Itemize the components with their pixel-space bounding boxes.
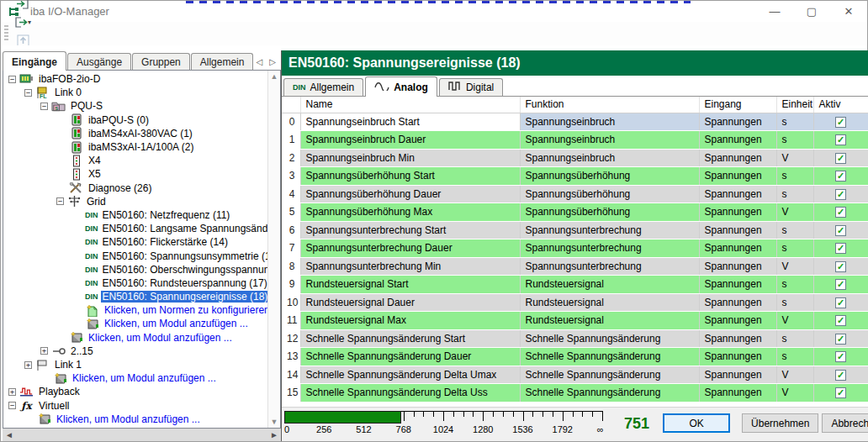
tree-item[interactable]: Klicken, um Modul anzufügen ... [3, 371, 267, 385]
eingang-cell[interactable]: Spannungen [699, 239, 776, 258]
name-cell[interactable]: Spannungsunterbrechung Start [300, 221, 520, 239]
collapse-icon[interactable]: − [8, 76, 16, 83]
tree-item[interactable]: DINEN50160: Spannungsereignisse (18) [3, 290, 267, 303]
aktiv-checkbox[interactable]: ✓ [835, 261, 846, 272]
cancel-button[interactable]: Abbrechen [822, 413, 868, 433]
tree-item-label[interactable]: EN50160: Flickerstärke (14) [101, 236, 230, 248]
eingang-cell[interactable]: Spannungen [699, 131, 776, 150]
aktiv-checkbox[interactable]: ✓ [835, 117, 846, 128]
tree-item-label[interactable]: ibaMS4xAI-380VAC (1) [87, 128, 194, 139]
aktiv-checkbox[interactable]: ✓ [835, 315, 846, 326]
einheit-cell[interactable]: s [776, 167, 813, 186]
scroll-up-icon[interactable]: ▲ [271, 72, 278, 81]
einheit-cell[interactable]: s [776, 293, 813, 312]
tab-analog[interactable]: Analog [365, 76, 437, 97]
row-number-cell[interactable]: 0 [282, 113, 300, 131]
name-cell[interactable]: Schnelle Spannungsänderung Dauer [300, 348, 520, 366]
tab-digital[interactable]: Digital [439, 78, 503, 96]
aktiv-checkbox[interactable]: ✓ [835, 207, 846, 218]
funktion-cell[interactable]: Spannungsüberhöhung [520, 167, 699, 186]
name-cell[interactable]: Schnelle Spannungsänderung Delta Uss [300, 384, 520, 403]
tree-item[interactable]: ibaPQU-S (0) [3, 113, 267, 127]
apply-button[interactable]: Übernehmen [742, 413, 818, 433]
aktiv-checkbox[interactable]: ✓ [835, 225, 846, 236]
row-number-cell[interactable]: 10 [282, 293, 300, 312]
tree-item-label[interactable]: EN50160: Spannungsereignisse (18) [101, 291, 268, 303]
tree-item-label[interactable]: PQU-S [69, 100, 104, 112]
einheit-cell[interactable]: V [776, 366, 813, 384]
name-cell[interactable]: Spannungseinbruch Start [300, 113, 520, 131]
einheit-cell[interactable]: s [776, 221, 813, 239]
tree-item-label[interactable]: Link 1 [53, 359, 83, 371]
eingang-cell[interactable]: Spannungen [699, 203, 776, 222]
funktion-cell[interactable]: Rundsteuersignal [520, 312, 699, 330]
tree-item-label[interactable]: ibaFOB-2io-D [37, 73, 102, 85]
expand-icon[interactable]: + [40, 347, 48, 355]
aktiv-checkbox[interactable]: ✓ [835, 351, 846, 362]
funktion-cell[interactable]: Spannungsüberhöhung [520, 185, 699, 203]
tree-item[interactable]: DINEN50160: Netzfrequenz (11) [3, 208, 267, 222]
tree-item[interactable]: +Playback [3, 385, 267, 398]
tree-item[interactable]: DINEN50160: Flickerstärke (14) [3, 235, 267, 249]
aktiv-checkbox[interactable]: ✓ [835, 243, 846, 254]
scroll-down-icon[interactable]: ▼ [271, 418, 278, 426]
scroll-right-icon[interactable]: ► [270, 430, 278, 439]
tree-item-label[interactable]: Grid [85, 196, 108, 208]
einheit-cell[interactable]: s [776, 276, 813, 294]
eingang-cell[interactable]: Spannungen [699, 185, 776, 203]
einheit-cell[interactable]: s [776, 239, 813, 258]
tab-allgemein[interactable]: Allgemein [191, 53, 254, 70]
aktiv-checkbox[interactable]: ✓ [835, 171, 846, 182]
tree-item[interactable]: −sPQU-S [3, 99, 267, 113]
tree-item-label[interactable]: Virtuell [37, 400, 71, 412]
maximize-button[interactable]: ▢ [793, 1, 830, 22]
aktiv-checkbox[interactable]: ✓ [835, 334, 846, 345]
tree-item-label[interactable]: Diagnose (26) [87, 182, 153, 194]
name-cell[interactable]: Spannungsunterbrechung Dauer [300, 239, 520, 258]
name-cell[interactable]: Spannungsüberhöhung Start [300, 167, 520, 186]
import-button[interactable] [13, 0, 33, 13]
row-number-cell[interactable]: 3 [282, 167, 300, 186]
tree-item[interactable]: +2..15 [3, 345, 267, 358]
row-number-cell[interactable]: 15 [282, 384, 300, 403]
tree-item[interactable]: +Link 1 [3, 358, 267, 371]
tree-item[interactable]: −FLLink 0 [3, 86, 267, 99]
tree-item-label[interactable]: Klicken, um Modul anzufügen ... [71, 372, 218, 384]
name-cell[interactable]: Spannungsüberhöhung Dauer [300, 185, 520, 203]
eingang-cell[interactable]: Spannungen [699, 257, 776, 276]
tree-item-label[interactable]: Klicken, um Modul anzufügen ... [87, 332, 234, 344]
tab-eingänge[interactable]: Eingänge [3, 51, 66, 71]
close-button[interactable]: ✕ [830, 1, 867, 22]
tree-item-label[interactable]: X5 [87, 168, 103, 180]
eingang-cell[interactable]: Spannungen [699, 293, 776, 312]
einheit-cell[interactable]: s [776, 348, 813, 366]
aktiv-checkbox[interactable]: ✓ [835, 153, 846, 164]
tab-scroll-left-icon[interactable]: ◁ [257, 57, 263, 66]
eingang-cell[interactable]: Spannungen [699, 276, 776, 294]
funktion-cell[interactable]: Rundsteuersignal [520, 293, 699, 312]
tree-item-label[interactable]: Klicken, um Normen zu konfigurieren ... [103, 304, 267, 316]
tree-horizontal-scrollbar[interactable]: ◄ ► [3, 429, 281, 441]
name-cell[interactable]: Spannungseinbruch Min [300, 149, 520, 167]
dropdown-caret-icon[interactable]: ▾ [28, 18, 31, 26]
eingang-cell[interactable]: Spannungen [699, 329, 776, 348]
tree-item[interactable]: −Grid [3, 195, 267, 208]
name-cell[interactable]: Rundsteuersignal Max [300, 312, 520, 330]
tree-item-label[interactable]: Klicken, um Modul anzufügen ... [103, 318, 250, 329]
tree-item[interactable]: X5 [3, 167, 267, 181]
tree-item[interactable]: Diagnose (26) [3, 182, 267, 195]
einheit-cell[interactable]: s [776, 131, 813, 150]
funktion-cell[interactable]: Spannungsüberhöhung [520, 203, 699, 222]
tab-ausgänge[interactable]: Ausgänge [67, 53, 131, 70]
eingang-cell[interactable]: Spannungen [699, 149, 776, 167]
minimize-button[interactable]: — [756, 1, 793, 22]
name-cell[interactable]: Schnelle Spannungsänderung Start [300, 329, 520, 348]
tree-item-label[interactable]: X4 [87, 155, 103, 166]
name-cell[interactable]: Spannungsüberhöhung Max [300, 203, 520, 222]
row-number-cell[interactable]: 8 [282, 257, 300, 276]
funktion-cell[interactable]: Spannungsunterbrechung [520, 239, 699, 258]
tab-gruppen[interactable]: Gruppen [132, 53, 190, 70]
einheit-cell[interactable]: V [776, 384, 813, 403]
tree-item-label[interactable]: Link 0 [53, 87, 83, 98]
einheit-cell[interactable]: s [776, 329, 813, 348]
